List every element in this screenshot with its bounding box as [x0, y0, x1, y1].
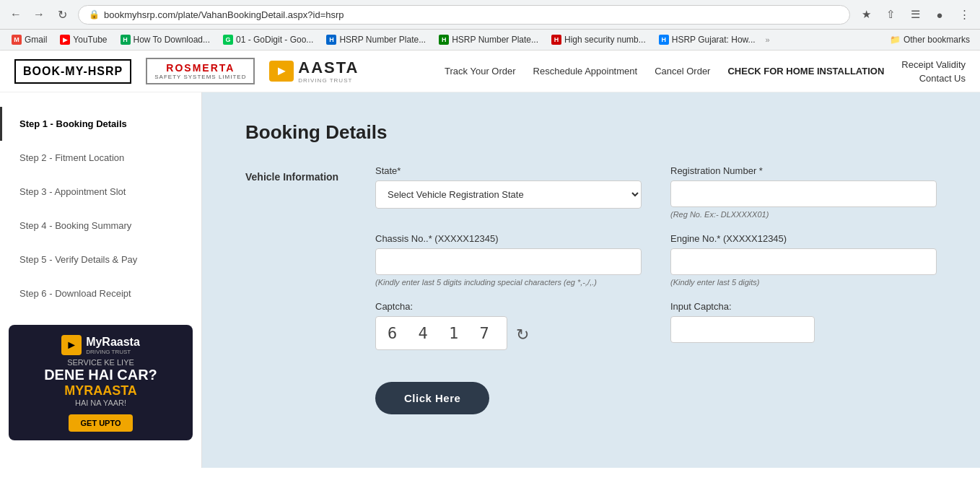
profile-button[interactable]: ●	[929, 4, 950, 25]
bookmark-8-label: HSRP Gujarat: How...	[672, 35, 756, 45]
menu-button[interactable]: ⋮	[954, 4, 974, 25]
lock-icon: 🔒	[89, 9, 100, 19]
sidebar-ad-brand: MyRaasta DRIVING TRUST	[86, 336, 140, 355]
bookmark-6[interactable]: H HSRP Number Plate...	[433, 32, 544, 47]
aasta-tagline: DRIVING TRUST	[298, 77, 359, 84]
other-bookmarks-label: Other bookmarks	[904, 35, 970, 45]
sidebar-step-1[interactable]: Step 1 - Booking Details	[0, 107, 201, 141]
bookmark-star-button[interactable]: ★	[856, 4, 876, 25]
state-label: State*	[375, 165, 642, 176]
sidebar-step-5[interactable]: Step 5 - Verify Details & Pay	[0, 243, 201, 276]
engine-hint: (Kindly enter last 5 digits)	[670, 278, 937, 287]
vehicle-info-label: Vehicle Information	[245, 165, 346, 414]
aasta-arrow-icon: ►	[275, 64, 288, 79]
sidebar-step-3-label: Step 3 - Appointment Slot	[19, 186, 126, 197]
bookmark-8[interactable]: H HSRP Gujarat: How...	[653, 32, 761, 47]
check-home-link[interactable]: CHECK FOR HOME INSTALLATION	[727, 66, 884, 77]
bookmarks-more: »	[763, 35, 773, 44]
bookmark-7-label: High security numb...	[564, 35, 646, 45]
sidebar-ad-tagline: DRIVING TRUST	[86, 349, 140, 355]
form-row-1: State* Select Vehicle Registration State…	[375, 165, 937, 219]
browser-chrome: ← → ↻ 🔒 bookmyhsrp.com/plate/VahanBookin…	[0, 0, 980, 51]
browser-actions: ★ ⇧ ☰ ● ⋮	[856, 4, 974, 25]
chassis-label: Chassis No..* (XXXXX12345)	[375, 233, 642, 244]
sidebar-step-2[interactable]: Step 2 - Fitment Location	[0, 141, 201, 175]
sidebar-ad-cta-button[interactable]: GET UPTO	[69, 414, 132, 432]
bookmark-3[interactable]: H How To Download...	[115, 32, 216, 47]
sidebar-step-2-label: Step 2 - Fitment Location	[19, 152, 124, 163]
reg-number-input[interactable]	[670, 180, 937, 207]
chassis-field-group: Chassis No..* (XXXXX12345) (Kindly enter…	[375, 233, 642, 287]
header-nav: Track Your Order Reschedule Appointment …	[445, 59, 966, 84]
bookmark-gmail-label: Gmail	[25, 35, 47, 45]
reg-number-hint: (Reg No. Ex:- DLXXXXX01)	[670, 210, 937, 219]
aasta-text-block: AASTA DRIVING TRUST	[298, 58, 359, 84]
form-row-3: Captcha: 6 4 1 7 ↻ Input Captcha:	[375, 301, 937, 353]
receipt-validity-link[interactable]: Receipt Validity	[901, 59, 966, 70]
url-bar[interactable]: 🔒 bookmyhsrp.com/plate/VahanBookingDetai…	[78, 5, 850, 25]
bookmark-5[interactable]: H HSRP Number Plate...	[320, 32, 432, 47]
browser-nav-buttons: ← → ↻	[6, 4, 72, 25]
cancel-order-link[interactable]: Cancel Order	[655, 66, 710, 77]
bookmark-gmail[interactable]: M Gmail	[6, 32, 53, 47]
sidebar-ad-brand-name: MyRaasta	[86, 336, 140, 349]
back-button[interactable]: ←	[6, 4, 26, 25]
myraasta-icon: ►	[61, 335, 82, 355]
extensions-button[interactable]: ☰	[905, 4, 925, 25]
logo-rosmerta: ROSMERTA SAFETY SYSTEMS LIMITED	[146, 58, 255, 84]
chassis-input[interactable]	[375, 248, 642, 275]
sidebar-step-4-label: Step 4 - Booking Summary	[19, 220, 131, 231]
captcha-field-group: Captcha: 6 4 1 7 ↻	[375, 301, 642, 353]
other-bookmarks[interactable]: 📁 Other bookmarks	[885, 32, 974, 47]
state-field-group: State* Select Vehicle Registration State…	[375, 165, 642, 219]
engine-label: Engine No.* (XXXXX12345)	[670, 233, 937, 244]
sidebar-step-6[interactable]: Step 6 - Download Receipt	[0, 276, 201, 310]
sidebar: Step 1 - Booking Details Step 2 - Fitmen…	[0, 92, 202, 468]
share-button[interactable]: ⇧	[880, 4, 901, 25]
bookmark-youtube-label: YouTube	[73, 35, 107, 45]
vehicle-info-section: Vehicle Information State* Select Vehicl…	[245, 165, 937, 414]
sidebar-ad: ► MyRaasta DRIVING TRUST SERVICE KE LIYE…	[9, 325, 193, 440]
captcha-label: Captcha:	[375, 301, 642, 312]
captcha-refresh-button[interactable]: ↻	[516, 326, 529, 344]
url-text: bookmyhsrp.com/plate/VahanBookingDetail.…	[104, 9, 344, 20]
sidebar-ad-logo: ► MyRaasta DRIVING TRUST	[61, 335, 140, 355]
main-layout: Step 1 - Booking Details Step 2 - Fitmen…	[0, 92, 980, 468]
sidebar-ad-slogan3: HAI NA YAAR!	[75, 398, 126, 407]
state-select[interactable]: Select Vehicle Registration State Andhra…	[375, 180, 642, 209]
receipt-contact-block: Receipt Validity Contact Us	[901, 59, 966, 84]
forward-button[interactable]: →	[29, 4, 49, 25]
logo-aasta: ► AASTA DRIVING TRUST	[269, 58, 359, 84]
chassis-hint: (Kindly enter last 5 digits including sp…	[375, 278, 642, 287]
aasta-name: AASTA	[298, 58, 359, 77]
engine-input[interactable]	[670, 248, 937, 275]
input-captcha-label: Input Captcha:	[670, 301, 937, 312]
contact-us-link[interactable]: Contact Us	[919, 73, 966, 84]
content-area: Booking Details Vehicle Information Stat…	[202, 92, 980, 468]
reschedule-link[interactable]: Reschedule Appointment	[533, 66, 638, 77]
bookmark-4-label: 01 - GoDigit - Goo...	[236, 35, 313, 45]
input-captcha-field-group: Input Captcha:	[670, 301, 937, 353]
sidebar-step-4[interactable]: Step 4 - Booking Summary	[0, 209, 201, 243]
aasta-icon-box: ►	[269, 61, 294, 82]
submit-row: Click Here	[375, 367, 937, 414]
sidebar-step-1-label: Step 1 - Booking Details	[19, 118, 127, 129]
track-order-link[interactable]: Track Your Order	[445, 66, 516, 77]
reg-number-field-group: Registration Number * (Reg No. Ex:- DLXX…	[670, 165, 937, 219]
logo-book-hsrp[interactable]: BOOK-MY-HSRP	[14, 59, 131, 84]
input-captcha-input[interactable]	[670, 316, 815, 343]
sidebar-step-5-label: Step 5 - Verify Details & Pay	[19, 254, 137, 265]
sidebar-step-3[interactable]: Step 3 - Appointment Slot	[0, 175, 201, 209]
bookmark-7[interactable]: H High security numb...	[546, 32, 652, 47]
refresh-button[interactable]: ↻	[52, 4, 72, 25]
bookmark-4[interactable]: G 01 - GoDigit - Goo...	[217, 32, 319, 47]
bookmark-youtube[interactable]: ▶ YouTube	[54, 32, 113, 47]
bookmark-5-label: HSRP Number Plate...	[339, 35, 426, 45]
submit-button[interactable]: Click Here	[375, 382, 489, 414]
bookmarks-bar: M Gmail ▶ YouTube H How To Download... G…	[0, 30, 980, 51]
sidebar-ad-slogan2: DENE HAI CAR?	[44, 367, 157, 383]
booking-title: Booking Details	[245, 121, 937, 144]
sidebar-ad-brand2: MYRAASTA	[64, 383, 137, 398]
sidebar-step-6-label: Step 6 - Download Receipt	[19, 288, 131, 299]
reg-number-label: Registration Number *	[670, 165, 937, 176]
